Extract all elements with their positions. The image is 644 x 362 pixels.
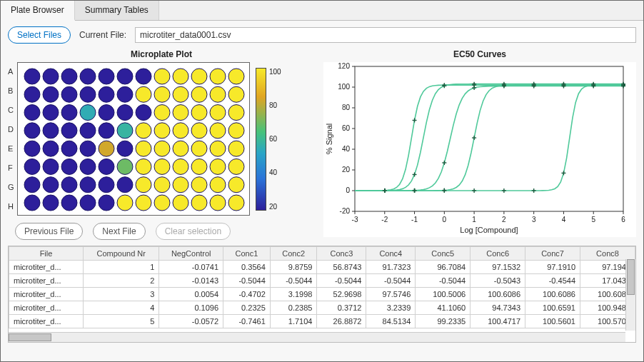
well[interactable] <box>24 86 40 102</box>
well[interactable] <box>24 177 40 193</box>
well[interactable] <box>191 177 207 193</box>
well[interactable] <box>61 86 77 102</box>
well[interactable] <box>154 177 170 193</box>
well[interactable] <box>136 123 151 139</box>
well[interactable] <box>24 69 40 84</box>
well[interactable] <box>154 86 170 102</box>
previous-file-button[interactable]: Previous File <box>15 223 83 240</box>
well[interactable] <box>99 177 114 193</box>
table-row[interactable]: microtiter_d...5-0.0572-0.74611.710426.8… <box>9 315 635 328</box>
well[interactable] <box>173 105 188 121</box>
well[interactable] <box>210 195 226 211</box>
well[interactable] <box>80 86 96 102</box>
well[interactable] <box>173 159 188 174</box>
well[interactable] <box>210 86 226 102</box>
well[interactable] <box>173 69 188 84</box>
tab-summary-tables[interactable]: Summary Tables <box>75 1 159 20</box>
well[interactable] <box>154 123 170 139</box>
well[interactable] <box>173 123 188 139</box>
column-header[interactable]: Conc2 <box>270 247 317 261</box>
well[interactable] <box>117 105 133 121</box>
column-header[interactable]: Conc8 <box>580 247 635 261</box>
well[interactable] <box>80 141 96 156</box>
well[interactable] <box>154 159 170 174</box>
well[interactable] <box>191 141 207 156</box>
well[interactable] <box>43 105 59 121</box>
well[interactable] <box>43 141 59 156</box>
well[interactable] <box>210 105 226 121</box>
well[interactable] <box>117 141 133 156</box>
well[interactable] <box>117 69 133 84</box>
well[interactable] <box>80 177 96 193</box>
tab-plate-browser[interactable]: Plate Browser <box>1 1 75 21</box>
well[interactable] <box>99 86 114 102</box>
well[interactable] <box>43 195 59 211</box>
well[interactable] <box>99 195 114 211</box>
column-header[interactable]: Conc3 <box>317 247 366 261</box>
well[interactable] <box>191 123 207 139</box>
well[interactable] <box>99 69 114 84</box>
well[interactable] <box>136 159 151 174</box>
well[interactable] <box>154 69 170 84</box>
well[interactable] <box>154 195 170 211</box>
column-header[interactable]: NegControl <box>159 247 223 261</box>
well[interactable] <box>191 195 207 211</box>
table-row[interactable]: microtiter_d...2-0.0143-0.5044-0.5044-0.… <box>9 274 635 288</box>
table-scrollbar-horizontal[interactable] <box>9 332 625 342</box>
well[interactable] <box>173 177 188 193</box>
well[interactable] <box>24 159 40 174</box>
table-row[interactable]: microtiter_d...30.0054-0.47023.199852.96… <box>9 288 635 301</box>
well[interactable] <box>61 69 77 84</box>
next-file-button[interactable]: Next File <box>93 223 145 240</box>
ec50-chart[interactable]: -3-2-10123456-20020406080100120Log [Comp… <box>323 62 636 237</box>
well[interactable] <box>117 159 133 174</box>
well[interactable] <box>191 159 207 174</box>
well[interactable] <box>80 195 96 211</box>
well[interactable] <box>228 105 244 121</box>
well[interactable] <box>191 69 207 84</box>
table-scrollbar-vertical[interactable] <box>625 259 635 331</box>
well[interactable] <box>61 177 77 193</box>
well[interactable] <box>210 69 226 84</box>
well[interactable] <box>136 195 151 211</box>
well[interactable] <box>228 177 244 193</box>
well[interactable] <box>228 86 244 102</box>
column-header[interactable]: Conc4 <box>366 247 416 261</box>
well[interactable] <box>136 141 151 156</box>
well[interactable] <box>80 159 96 174</box>
well[interactable] <box>228 159 244 174</box>
well[interactable] <box>228 195 244 211</box>
well[interactable] <box>61 159 77 174</box>
well[interactable] <box>24 105 40 121</box>
column-header[interactable]: Conc1 <box>223 247 271 261</box>
column-header[interactable]: File <box>9 247 84 261</box>
well[interactable] <box>99 159 114 174</box>
well[interactable] <box>136 177 151 193</box>
well[interactable] <box>80 69 96 84</box>
well[interactable] <box>117 177 133 193</box>
well[interactable] <box>24 141 40 156</box>
well[interactable] <box>228 69 244 84</box>
well[interactable] <box>117 86 133 102</box>
well[interactable] <box>99 123 114 139</box>
select-files-button[interactable]: Select Files <box>8 26 71 44</box>
well[interactable] <box>24 123 40 139</box>
well[interactable] <box>80 105 96 121</box>
column-header[interactable]: Conc5 <box>416 247 471 261</box>
well[interactable] <box>173 86 188 102</box>
table-row[interactable]: microtiter_d...40.10960.23250.23850.3712… <box>9 301 635 315</box>
well[interactable] <box>61 105 77 121</box>
well[interactable] <box>43 69 59 84</box>
well[interactable] <box>99 105 114 121</box>
well[interactable] <box>61 195 77 211</box>
current-file-input[interactable] <box>135 27 636 43</box>
well[interactable] <box>43 123 59 139</box>
microplate-plot[interactable] <box>17 62 250 216</box>
well[interactable] <box>210 159 226 174</box>
well[interactable] <box>191 105 207 121</box>
well[interactable] <box>136 105 151 121</box>
well[interactable] <box>24 195 40 211</box>
well[interactable] <box>61 141 77 156</box>
well[interactable] <box>210 123 226 139</box>
well[interactable] <box>99 141 114 156</box>
